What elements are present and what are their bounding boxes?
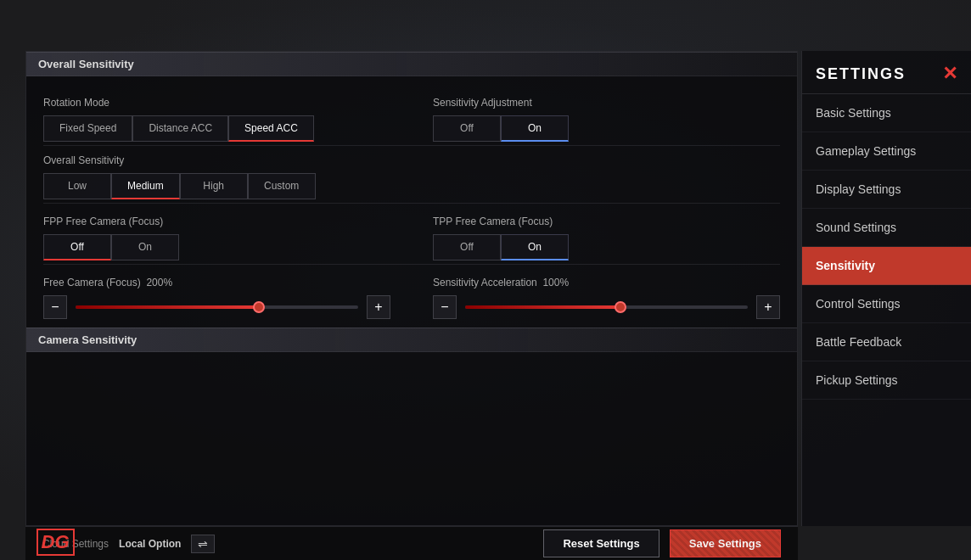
free-camera-slider-row: − + — [43, 295, 390, 319]
sensitivity-accel-decrease-btn[interactable]: − — [433, 295, 457, 319]
reset-settings-button[interactable]: Reset Settings — [543, 529, 659, 557]
tpp-on-btn[interactable]: On — [501, 234, 569, 260]
sensitivity-adj-on-btn[interactable]: On — [501, 115, 569, 142]
logo: DG — [25, 526, 85, 558]
sidebar-item-sensitivity[interactable]: Sensitivity — [802, 247, 971, 285]
overall-sensitivity-group: Low Medium High Custom — [43, 173, 780, 199]
free-camera-thumb[interactable] — [253, 301, 265, 313]
free-camera-increase-btn[interactable]: + — [367, 295, 390, 319]
row-rotation-sensitivity: Rotation Mode Fixed Speed Distance ACC S… — [43, 88, 780, 142]
rotation-dist-btn[interactable]: Distance ACC — [132, 115, 228, 142]
tpp-camera-group: Off On — [433, 234, 780, 260]
main-panel: Overall Sensitivity Rotation Mode Fixed … — [25, 51, 798, 526]
sensitivity-accel-thumb[interactable] — [615, 301, 626, 313]
sidebar: SETTINGS ✕ Basic Settings Gameplay Setti… — [801, 51, 971, 526]
sensitivity-accel-value: 100% — [542, 277, 569, 288]
sensitivity-accel-increase-btn[interactable]: + — [756, 295, 780, 319]
sensitivity-accel-slider-col: Sensitivity Acceleration 100% − + — [433, 268, 780, 319]
local-option-label: Local Option — [119, 538, 181, 550]
sidebar-header: SETTINGS ✕ — [802, 51, 971, 94]
rotation-fixed-btn[interactable]: Fixed Speed — [43, 115, 132, 142]
rotation-mode-col: Rotation Mode Fixed Speed Distance ACC S… — [43, 88, 390, 142]
free-camera-slider-col: Free Camera (Focus) 200% − + — [43, 268, 390, 319]
sensitivity-adjustment-group: Off On — [433, 115, 780, 142]
rotation-speed-btn[interactable]: Speed ACC — [228, 115, 314, 142]
fpp-camera-group: Off On — [43, 234, 390, 260]
overall-sensitivity-row: Overall Sensitivity Low Medium High Cust… — [43, 154, 780, 199]
tpp-camera-col: TPP Free Camera (Focus) Off On — [433, 207, 780, 260]
sensitivity-accel-track[interactable] — [465, 305, 748, 309]
sidebar-item-basic[interactable]: Basic Settings — [802, 94, 971, 132]
free-camera-track[interactable] — [76, 305, 358, 309]
sensitivity-medium-btn[interactable]: Medium — [111, 173, 180, 199]
sidebar-item-pickup[interactable]: Pickup Settings — [802, 361, 971, 400]
sidebar-item-gameplay[interactable]: Gameplay Settings — [802, 132, 971, 171]
rotation-mode-label: Rotation Mode — [43, 97, 390, 109]
fpp-camera-label: FPP Free Camera (Focus) — [43, 216, 390, 227]
sep1 — [43, 145, 780, 146]
fpp-camera-col: FPP Free Camera (Focus) Off On — [43, 207, 390, 260]
sidebar-item-battle[interactable]: Battle Feedback — [802, 323, 971, 361]
free-camera-value: 200% — [146, 277, 172, 288]
sensitivity-accel-fill — [465, 305, 620, 309]
sep2 — [43, 203, 780, 204]
overall-sensitivity-sublabel: Overall Sensitivity — [43, 154, 780, 166]
free-camera-fill — [76, 305, 259, 309]
sensitivity-low-btn[interactable]: Low — [43, 173, 111, 199]
sensitivity-accel-slider-row: − + — [433, 295, 780, 319]
save-settings-button[interactable]: Save Settings — [670, 529, 781, 557]
logo-text: DG — [36, 529, 75, 556]
transfer-icon-btn[interactable]: ⇌ — [191, 535, 215, 553]
sep3 — [43, 264, 780, 265]
tpp-camera-label: TPP Free Camera (Focus) — [433, 216, 780, 227]
overall-sensitivity-content: Rotation Mode Fixed Speed Distance ACC S… — [26, 80, 797, 328]
free-camera-decrease-btn[interactable]: − — [43, 295, 67, 319]
sensitivity-accel-label: Sensitivity Acceleration 100% — [433, 277, 780, 288]
sensitivity-adjustment-label: Sensitivity Adjustment — [433, 97, 780, 109]
sensitivity-high-btn[interactable]: High — [180, 173, 248, 199]
sidebar-title: SETTINGS — [816, 65, 906, 83]
fpp-off-btn[interactable]: Off — [43, 234, 111, 260]
sidebar-item-sound[interactable]: Sound Settings — [802, 209, 971, 247]
free-camera-label: Free Camera (Focus) 200% — [43, 277, 390, 288]
sensitivity-custom-btn[interactable]: Custom — [248, 173, 316, 199]
fpp-on-btn[interactable]: On — [111, 234, 179, 260]
row-sliders: Free Camera (Focus) 200% − + Sensitivity… — [43, 268, 780, 319]
sensitivity-adjustment-col: Sensitivity Adjustment Off On — [433, 88, 780, 142]
close-icon[interactable]: ✕ — [942, 63, 957, 85]
sidebar-item-display[interactable]: Display Settings — [802, 171, 971, 209]
bottom-bar: Cloud Settings Local Option ⇌ Reset Sett… — [25, 526, 798, 560]
sensitivity-adj-off-btn[interactable]: Off — [433, 115, 501, 142]
row-fpp-tpp: FPP Free Camera (Focus) Off On TPP Free … — [43, 207, 780, 260]
rotation-mode-group: Fixed Speed Distance ACC Speed ACC — [43, 115, 390, 142]
sidebar-item-control[interactable]: Control Settings — [802, 285, 971, 323]
overall-sensitivity-header: Overall Sensitivity — [26, 52, 797, 76]
tpp-off-btn[interactable]: Off — [433, 234, 501, 260]
camera-sensitivity-header: Camera Sensitivity — [26, 328, 797, 352]
